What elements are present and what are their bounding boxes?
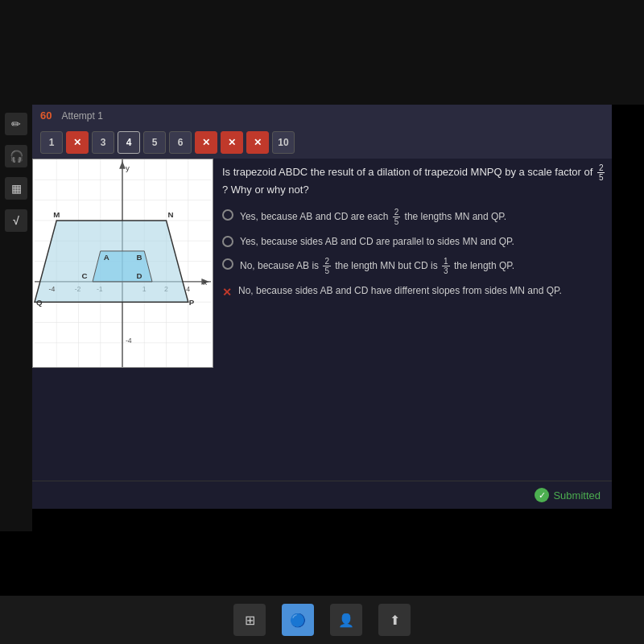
svg-text:D: D — [137, 271, 142, 280]
svg-text:y: y — [126, 163, 130, 172]
option-3-text: No, because AB is 25 the length MN but C… — [240, 257, 514, 275]
calculator-icon[interactable]: ▦ — [5, 177, 27, 200]
svg-text:P: P — [189, 298, 195, 307]
taskbar-item-3[interactable]: 👤 — [330, 604, 362, 636]
svg-text:A: A — [104, 253, 109, 262]
nav-btn-3[interactable]: 3 — [92, 131, 114, 154]
graph-panel: y x -2 -1 1 2 4 — [32, 159, 217, 481]
option-4-text: No, because sides AB and CD have differe… — [238, 283, 562, 298]
taskbar-item-4[interactable]: ⬆ — [378, 604, 411, 636]
svg-text:x: x — [203, 278, 207, 287]
svg-marker-29 — [93, 251, 152, 282]
nav-btn-2[interactable]: ✕ — [66, 131, 89, 154]
submitted-check-icon: ✓ — [535, 488, 549, 502]
pencil-icon[interactable]: ✏ — [5, 113, 27, 135]
submitted-bar: ✓ Submitted — [32, 481, 612, 509]
taskbar: ⊞ 🔵 👤 ⬆ — [0, 596, 644, 644]
attempt-text: Attempt 1 — [61, 110, 102, 122]
option-2-text: Yes, because sides AB and CD are paralle… — [240, 234, 514, 249]
sqrt-icon[interactable]: √ — [5, 209, 27, 232]
submitted-badge: ✓ Submitted — [535, 488, 601, 502]
option-4[interactable]: ✕ No, because sides AB and CD have diffe… — [222, 283, 607, 301]
options-list: Yes, because AB and CD are each 25 the l… — [222, 208, 607, 301]
svg-text:-4: -4 — [126, 336, 132, 345]
nav-btn-7[interactable]: ✕ — [195, 131, 217, 154]
option-3-radio[interactable] — [222, 258, 233, 270]
nav-btn-8[interactable]: ✕ — [221, 131, 243, 154]
option-1-radio[interactable] — [222, 209, 233, 221]
nav-btn-6[interactable]: 6 — [169, 131, 192, 154]
option-2[interactable]: Yes, because sides AB and CD are paralle… — [222, 234, 607, 249]
content-area: y x -2 -1 1 2 4 — [32, 159, 612, 481]
nav-btn-5[interactable]: 5 — [143, 131, 166, 154]
taskbar-item-1[interactable]: ⊞ — [233, 604, 266, 636]
option-1[interactable]: Yes, because AB and CD are each 25 the l… — [222, 208, 607, 226]
option-3[interactable]: No, because AB is 25 the length MN but C… — [222, 257, 607, 275]
svg-text:M: M — [53, 210, 60, 219]
nav-btn-1[interactable]: 1 — [40, 131, 63, 154]
svg-text:N: N — [167, 210, 173, 219]
nav-btn-10[interactable]: 10 — [272, 131, 295, 154]
headphone-icon[interactable]: 🎧 — [5, 145, 27, 167]
submitted-label: Submitted — [553, 489, 601, 502]
top-bar: 60 Attempt 1 — [32, 105, 612, 126]
option-1-text: Yes, because AB and CD are each 25 the l… — [240, 208, 506, 226]
score-label: 60 — [40, 109, 52, 122]
question-text: Is trapezoid ABDC the result of a dilati… — [222, 163, 607, 198]
svg-text:4: 4 — [186, 285, 190, 293]
wrong-x-icon: ✕ — [222, 284, 232, 301]
nav-btn-9[interactable]: ✕ — [246, 131, 269, 154]
taskbar-item-2[interactable]: 🔵 — [282, 604, 314, 636]
svg-text:B: B — [137, 253, 142, 262]
question-panel: Is trapezoid ABDC the result of a dilati… — [217, 159, 612, 481]
nav-buttons: 1 ✕ 3 4 5 6 ✕ ✕ ✕ 10 — [32, 126, 612, 159]
svg-text:-4: -4 — [48, 285, 55, 293]
svg-text:C: C — [81, 271, 87, 280]
svg-text:Q: Q — [36, 298, 43, 307]
graph-container: y x -2 -1 1 2 4 — [32, 159, 213, 368]
option-2-radio[interactable] — [222, 236, 233, 247]
nav-btn-4[interactable]: 4 — [118, 131, 140, 154]
